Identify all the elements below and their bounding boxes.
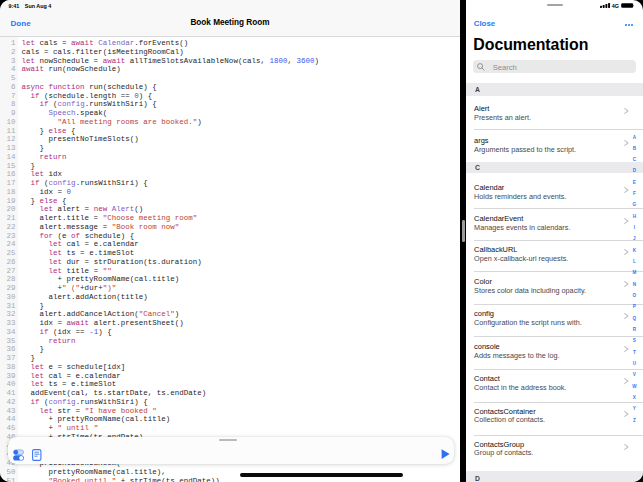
svg-text:4G: 4G: [612, 3, 619, 8]
